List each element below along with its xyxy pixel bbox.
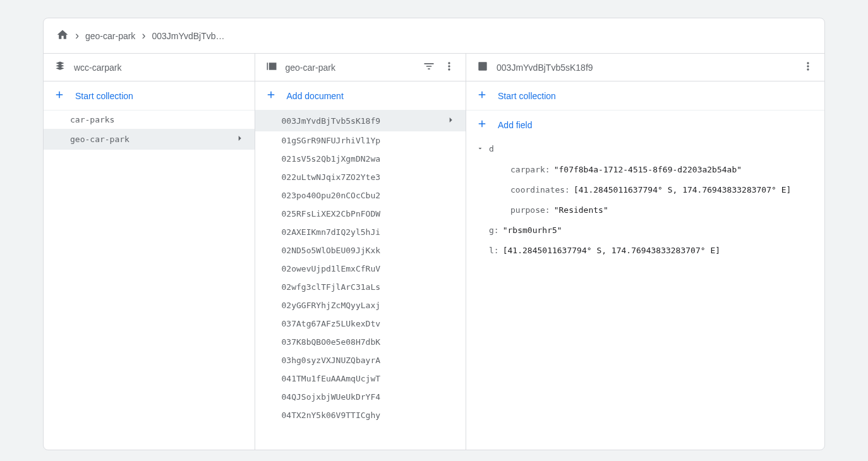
plus-icon bbox=[476, 89, 488, 102]
column-title: 003JmYvdBjTvb5sK18f9 bbox=[497, 63, 794, 73]
item-label: 025RFsLiXEX2CbPnFODW bbox=[282, 209, 381, 219]
action-label: Add document bbox=[287, 91, 344, 101]
item-label: 02AXEIKmn7dIQ2yl5hJi bbox=[282, 227, 381, 237]
item-label: 02yGGFRYhjZcMQyyLaxj bbox=[282, 301, 381, 310]
column-root: wcc-carpark Start collection car-parksge… bbox=[44, 54, 255, 450]
caret-down-icon[interactable] bbox=[476, 141, 489, 157]
database-icon bbox=[54, 60, 66, 75]
breadcrumb: › geo-car-park › 003JmYvdBjTvb… bbox=[44, 18, 824, 54]
field-value: [41.2845011637794° S, 174.76943833283707… bbox=[503, 243, 720, 258]
action-label: Start collection bbox=[75, 91, 133, 101]
item-label: 01gSGrR9NFUJrhiVl1Yp bbox=[282, 136, 381, 145]
field-key: coordinates: bbox=[510, 183, 570, 198]
document-item[interactable]: 02yGGFRYhjZcMQyyLaxj bbox=[255, 296, 466, 314]
filter-icon[interactable] bbox=[423, 60, 435, 75]
item-label: 022uLtwNJqix7ZO2Yte3 bbox=[282, 172, 381, 182]
field-value: "f07f8b4a-1712-4515-8f69-d2203a2b54ab" bbox=[554, 162, 742, 177]
field-value: "rbsm0urhr5" bbox=[503, 223, 562, 238]
document-icon bbox=[476, 60, 489, 75]
field-row[interactable]: carpark: "f07f8b4a-1712-4515-8f69-d2203a… bbox=[466, 160, 824, 180]
item-label: 04QJSojxbjWUeUkDrYF4 bbox=[282, 392, 381, 402]
item-label: 02ND5o5WlObEU09JjKxk bbox=[282, 246, 381, 255]
firestore-panel: › geo-car-park › 003JmYvdBjTvb… wcc-carp… bbox=[43, 18, 825, 450]
document-item[interactable]: 037Atg67AFz5LUkexDtv bbox=[255, 314, 466, 333]
field-row[interactable]: coordinates: [41.2845011637794° S, 174.7… bbox=[466, 180, 824, 200]
document-item[interactable]: 003JmYvdBjTvb5sK18f9 bbox=[255, 111, 466, 131]
breadcrumb-item[interactable]: geo-car-park bbox=[85, 31, 135, 41]
document-item[interactable]: 03hg0syzVXJNUZQbayrA bbox=[255, 351, 466, 369]
field-key: d bbox=[489, 141, 494, 157]
plus-icon bbox=[54, 89, 65, 102]
root-collections-list: car-parksgeo-car-park bbox=[44, 111, 255, 450]
item-label: 03hg0syzVXJNUZQbayrA bbox=[282, 356, 381, 365]
add-document-button[interactable]: Add document bbox=[255, 81, 466, 111]
collection-item[interactable]: car-parks bbox=[44, 111, 255, 129]
document-item[interactable]: 02owevUjpd1lEmxCfRuV bbox=[255, 260, 466, 278]
documents-list: 003JmYvdBjTvb5sK18f901gSGrR9NFUJrhiVl1Yp… bbox=[255, 111, 466, 450]
item-label: geo-car-park bbox=[70, 135, 130, 144]
chevron-right-icon: › bbox=[142, 29, 145, 42]
column-collection: geo-car-park Add document 003JmYvdBjTvb5… bbox=[255, 54, 467, 450]
column-title: wcc-carpark bbox=[74, 63, 244, 73]
document-item[interactable]: 023po40Opu20nCOcCbu2 bbox=[255, 186, 466, 205]
item-label: 041TMu1fEuAAAmqUcjwT bbox=[282, 374, 381, 383]
column-document: 003JmYvdBjTvb5sK18f9 Start collection Ad… bbox=[466, 54, 824, 450]
document-item[interactable]: 01gSGrR9NFUJrhiVl1Yp bbox=[255, 131, 466, 150]
plus-icon bbox=[265, 89, 277, 102]
chevron-right-icon: › bbox=[75, 29, 79, 42]
column-header: wcc-carpark bbox=[44, 54, 255, 81]
field-key: g: bbox=[489, 223, 499, 238]
document-item[interactable]: 041TMu1fEuAAAmqUcjwT bbox=[255, 369, 466, 388]
plus-icon bbox=[476, 118, 488, 131]
home-icon[interactable] bbox=[56, 28, 69, 43]
document-item[interactable]: 02wfg3clTFjlArC31aLs bbox=[255, 278, 466, 296]
breadcrumb-item[interactable]: 003JmYvdBjTvb… bbox=[152, 31, 224, 41]
field-row[interactable]: purpose: "Residents" bbox=[466, 200, 824, 220]
field-map[interactable]: d bbox=[466, 139, 824, 160]
collection-icon bbox=[265, 60, 278, 75]
document-item[interactable]: 04QJSojxbjWUeUkDrYF4 bbox=[255, 388, 466, 406]
field-key: carpark: bbox=[510, 162, 550, 177]
item-label: 037Atg67AFz5LUkexDtv bbox=[282, 319, 381, 328]
column-header: 003JmYvdBjTvb5sK18f9 bbox=[466, 54, 824, 81]
document-fields: d carpark: "f07f8b4a-1712-4515-8f69-d220… bbox=[466, 139, 824, 261]
action-label: Add field bbox=[498, 120, 532, 130]
item-label: 021sV5s2Qb1jXgmDN2wa bbox=[282, 154, 381, 164]
document-item[interactable]: 04TX2nY5k06V9TTICghy bbox=[255, 406, 466, 424]
column-header: geo-car-park bbox=[255, 54, 466, 81]
item-label: 023po40Opu20nCOcCbu2 bbox=[282, 191, 381, 200]
item-label: 02wfg3clTFjlArC31aLs bbox=[282, 282, 381, 292]
field-row[interactable]: l: [41.2845011637794° S, 174.76943833283… bbox=[466, 241, 824, 261]
field-key: purpose: bbox=[510, 203, 550, 218]
item-label: 003JmYvdBjTvb5sK18f9 bbox=[282, 116, 381, 126]
column-title: geo-car-park bbox=[286, 63, 416, 73]
start-collection-button[interactable]: Start collection bbox=[44, 81, 255, 111]
columns: wcc-carpark Start collection car-parksge… bbox=[44, 54, 824, 450]
document-item[interactable]: 025RFsLiXEX2CbPnFODW bbox=[255, 205, 466, 223]
document-item[interactable]: 022uLtwNJqix7ZO2Yte3 bbox=[255, 168, 466, 186]
document-item[interactable]: 02ND5o5WlObEU09JjKxk bbox=[255, 241, 466, 260]
field-row[interactable]: g: "rbsm0urhr5" bbox=[466, 220, 824, 241]
chevron-right-icon bbox=[440, 115, 455, 127]
item-label: car-parks bbox=[70, 115, 114, 124]
more-vert-icon[interactable] bbox=[443, 60, 455, 75]
item-label: 04TX2nY5k06V9TTICghy bbox=[282, 410, 381, 420]
document-item[interactable]: 021sV5s2Qb1jXgmDN2wa bbox=[255, 150, 466, 168]
chevron-right-icon bbox=[229, 133, 244, 145]
field-key: l: bbox=[489, 243, 499, 258]
item-label: 037K8bQBO0e5e08H7dbK bbox=[282, 337, 381, 347]
field-value: [41.2845011637794° S, 174.76943833283707… bbox=[574, 183, 791, 198]
collection-item[interactable]: geo-car-park bbox=[44, 129, 255, 150]
start-collection-button[interactable]: Start collection bbox=[466, 81, 824, 111]
action-label: Start collection bbox=[498, 91, 556, 101]
add-field-button[interactable]: Add field bbox=[466, 111, 824, 139]
more-vert-icon[interactable] bbox=[802, 60, 814, 75]
document-item[interactable]: 037K8bQBO0e5e08H7dbK bbox=[255, 333, 466, 351]
item-label: 02owevUjpd1lEmxCfRuV bbox=[282, 264, 381, 273]
document-item[interactable]: 02AXEIKmn7dIQ2yl5hJi bbox=[255, 223, 466, 241]
field-value: "Residents" bbox=[554, 203, 608, 218]
